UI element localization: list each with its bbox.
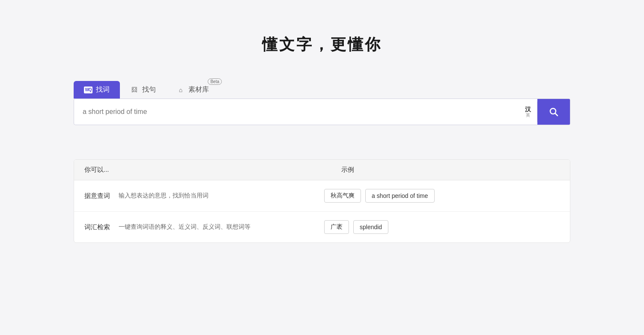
row-examples-2: 广袤 splendid <box>324 220 560 234</box>
search-icon <box>549 107 559 117</box>
beta-badge: Beta <box>208 78 222 85</box>
lang-en-label: 英 <box>526 113 530 118</box>
search-bar: 汉 英 <box>74 99 570 125</box>
tab-find-sentence[interactable]: 囧 找句 <box>120 81 166 99</box>
header-col-action: 你可以... <box>84 166 341 174</box>
main-title: 懂文字，更懂你 <box>262 34 382 55</box>
example-tag-splendid[interactable]: splendid <box>353 220 388 234</box>
tab-material-label: 素材库 <box>188 85 209 94</box>
header-col-example: 示例 <box>341 166 560 174</box>
row-examples-1: 秋高气爽 a short period of time <box>324 189 560 203</box>
row-desc-2: 一键查询词语的释义、近义词、反义词、联想词等 <box>119 223 324 231</box>
lang-zh-label: 汉 <box>525 106 531 113</box>
table-row: 据意查词 输入想表达的意思，找到恰当用词 秋高气爽 a short period… <box>74 180 570 212</box>
table-row: 词汇检索 一键查询词语的释义、近义词、反义词、联想词等 广袤 splendid <box>74 212 570 242</box>
example-tag-guangmao[interactable]: 广袤 <box>324 220 349 234</box>
find-sentence-icon: 囧 <box>130 86 139 94</box>
search-button[interactable] <box>537 99 570 125</box>
row-type-2: 词汇检索 <box>84 223 119 231</box>
example-tag-short-period[interactable]: a short period of time <box>365 189 435 203</box>
row-type-1: 据意查词 <box>84 192 119 200</box>
material-icon: ⌂ <box>176 86 185 94</box>
table-header: 你可以... 示例 <box>74 160 570 180</box>
lang-toggle-button[interactable]: 汉 英 <box>519 102 537 123</box>
tab-find-word[interactable]: WQ 找词 <box>74 81 120 99</box>
search-container: WQ 找词 囧 找句 ⌂ 素材库 Beta 汉 英 <box>74 81 570 125</box>
tab-find-word-label: 找词 <box>96 85 110 94</box>
row-desc-1: 输入想表达的意思，找到恰当用词 <box>119 192 324 200</box>
tab-find-sentence-label: 找句 <box>142 85 156 94</box>
find-word-icon: WQ <box>84 86 92 94</box>
tab-bar: WQ 找词 囧 找句 ⌂ 素材库 Beta <box>74 81 570 99</box>
search-input[interactable] <box>74 100 519 123</box>
example-tag-qiugao[interactable]: 秋高气爽 <box>324 189 361 203</box>
svg-line-1 <box>555 114 558 116</box>
examples-table: 你可以... 示例 据意查词 输入想表达的意思，找到恰当用词 秋高气爽 a sh… <box>74 159 570 243</box>
tab-material[interactable]: ⌂ 素材库 Beta <box>166 81 226 99</box>
